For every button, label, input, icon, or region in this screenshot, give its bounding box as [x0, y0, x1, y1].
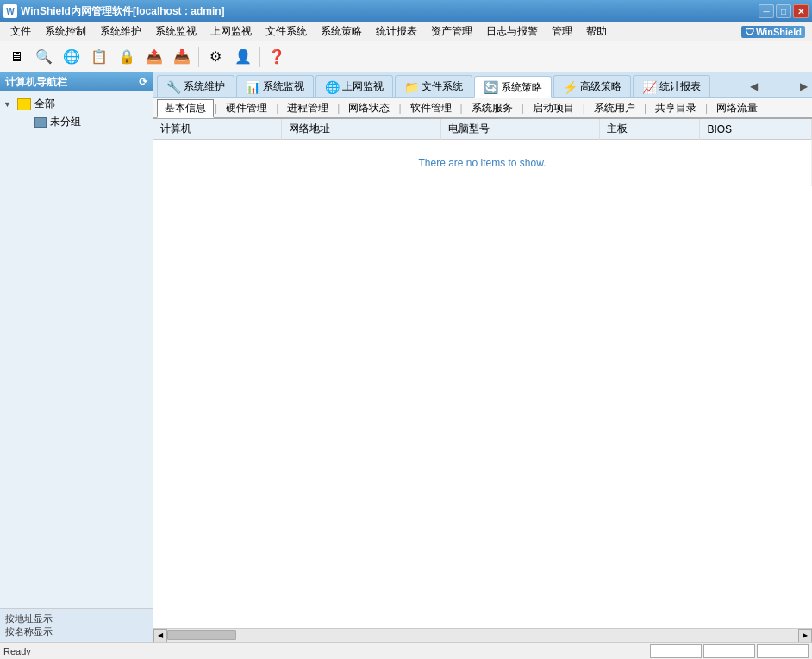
title-text: W WinShield内网管理软件[localhost : admin] [3, 4, 225, 19]
menu-manage[interactable]: 管理 [545, 22, 579, 41]
sidebar-content: ▼ 全部 未分组 [0, 91, 153, 608]
scroll-track[interactable] [167, 629, 798, 643]
col-computer: 计算机 [153, 119, 282, 140]
toolbar-btn-1[interactable]: 🖥 [3, 44, 29, 70]
menu-file[interactable]: 文件 [3, 22, 38, 41]
sidebar-bottom-line2: 按名称显示 [5, 625, 147, 638]
table-area: 计算机 网络地址 电脑型号 主板 BIOS There are no items… [153, 119, 812, 628]
menu-log-alarm[interactable]: 日志与报警 [479, 22, 545, 41]
logo-icon: 🛡 [745, 27, 754, 37]
logo-area: 🛡 WinShield [741, 26, 805, 38]
sub-tab-services[interactable]: 系统服务 [464, 98, 521, 117]
sub-tab-hardware[interactable]: 硬件管理 [218, 98, 275, 117]
title-buttons: ─ □ ✕ [759, 4, 809, 18]
toolbar-btn-help[interactable]: ❓ [264, 44, 290, 70]
toolbar-separator-2 [259, 47, 260, 67]
tab-nav-right[interactable]: ▶ [795, 75, 812, 97]
minimize-button[interactable]: ─ [759, 4, 774, 18]
tab-icon-monitor: 📊 [246, 80, 260, 94]
tab-icon-advanced: ⚡ [563, 80, 578, 94]
logo: 🛡 WinShield [741, 26, 805, 38]
sidebar-bottom-line1: 按地址显示 [5, 612, 147, 625]
tab-label-stats: 统计报表 [659, 79, 701, 94]
toolbar-separator [198, 47, 199, 67]
col-bios: BIOS [700, 119, 812, 140]
toolbar-btn-6[interactable]: 📤 [141, 44, 167, 70]
sidebar-refresh-icon[interactable]: ⟳ [139, 76, 147, 88]
tree-item-root[interactable]: ▼ 全部 [3, 95, 149, 113]
col-network-addr: 网络地址 [282, 119, 440, 140]
tab-label-file: 文件系统 [422, 79, 463, 94]
window-title: WinShield内网管理软件[localhost : admin] [21, 4, 225, 19]
tab-icon-internet: 🌐 [325, 80, 340, 94]
status-bar: Ready [0, 642, 812, 659]
menu-system-control[interactable]: 系统控制 [38, 22, 93, 41]
sub-tabs: 基本信息 | 硬件管理 | 进程管理 | 网络状态 | 软件管理 | 系统服务 … [153, 98, 812, 119]
app-icon: W [3, 4, 17, 18]
toolbar-btn-8[interactable]: ⚙ [203, 44, 228, 70]
main-tab-file-system[interactable]: 📁 文件系统 [395, 75, 472, 97]
tab-icon-maintenance: 🔧 [166, 80, 181, 94]
sub-tab-process[interactable]: 进程管理 [279, 98, 336, 117]
h-scrollbar: ◀ ▶ [153, 628, 812, 642]
menu-system-monitor[interactable]: 系统监视 [148, 22, 203, 41]
sub-tab-network-status[interactable]: 网络状态 [340, 98, 397, 117]
data-table: 计算机 网络地址 电脑型号 主板 BIOS There are no items… [153, 119, 812, 186]
main-tab-stats-report[interactable]: 📈 统计报表 [633, 75, 710, 97]
main-tab-system-maintenance[interactable]: 🔧 系统维护 [157, 75, 234, 97]
toolbar-btn-5[interactable]: 🔒 [114, 44, 140, 70]
tab-label-advanced: 高级策略 [580, 79, 621, 94]
menu-system-policy[interactable]: 系统策略 [314, 22, 369, 41]
tab-label-internet: 上网监视 [342, 79, 384, 94]
toolbar-btn-9[interactable]: 👤 [230, 44, 256, 70]
status-box-2 [703, 644, 755, 658]
toolbar-btn-2[interactable]: 🔍 [31, 44, 57, 70]
sidebar-title: 计算机导航栏 [5, 75, 67, 90]
empty-row: There are no items to show. [153, 140, 812, 187]
maximize-button[interactable]: □ [776, 4, 791, 18]
status-text: Ready [3, 646, 31, 656]
menu-help[interactable]: 帮助 [579, 22, 614, 41]
col-motherboard: 主板 [600, 119, 700, 140]
sub-tab-network-traffic[interactable]: 网络流量 [709, 98, 765, 117]
menu-file-system[interactable]: 文件系统 [259, 22, 314, 41]
status-boxes [650, 644, 809, 658]
tree-label-ungrouped: 未分组 [50, 115, 81, 129]
menu-asset-mgmt[interactable]: 资产管理 [424, 22, 479, 41]
scroll-left-btn[interactable]: ◀ [153, 629, 167, 643]
menu-bar: 文件 系统控制 系统维护 系统监视 上网监视 文件系统 系统策略 统计报表 资产… [0, 22, 812, 41]
content-area: 🔧 系统维护 📊 系统监视 🌐 上网监视 📁 文件系统 🔄 系统策略 ⚡ [153, 72, 812, 642]
menu-stats-report[interactable]: 统计报表 [369, 22, 424, 41]
sidebar: 计算机导航栏 ⟳ ▼ 全部 未分组 按地址显示 按名称显示 [0, 72, 153, 642]
sub-tab-basic-info[interactable]: 基本信息 [157, 99, 214, 118]
title-bar: W WinShield内网管理软件[localhost : admin] ─ □… [0, 0, 812, 22]
tab-nav-left[interactable]: ◀ [745, 75, 762, 97]
close-button[interactable]: ✕ [793, 4, 809, 18]
main-tab-system-monitor[interactable]: 📊 系统监视 [236, 75, 314, 97]
toolbar-btn-7[interactable]: 📥 [169, 44, 195, 70]
toolbar-btn-4[interactable]: 📋 [86, 44, 112, 70]
sub-tab-software[interactable]: 软件管理 [403, 98, 459, 117]
tree-item-ungrouped[interactable]: 未分组 [3, 113, 149, 131]
main-tab-system-policy[interactable]: 🔄 系统策略 [474, 76, 552, 98]
sub-tab-users[interactable]: 系统用户 [586, 98, 643, 117]
tab-icon-file: 📁 [404, 80, 419, 94]
main-tab-advanced-policy[interactable]: ⚡ 高级策略 [553, 75, 631, 97]
menu-internet-monitor[interactable]: 上网监视 [203, 22, 259, 41]
status-box-3 [757, 644, 809, 658]
tab-label-policy: 系统策略 [501, 80, 542, 95]
tree-expand-root[interactable]: ▼ [3, 100, 14, 109]
logo-text: WinShield [756, 27, 802, 37]
sidebar-bottom: 按地址显示 按名称显示 [0, 608, 153, 642]
toolbar: 🖥 🔍 🌐 📋 🔒 📤 📥 ⚙ 👤 ❓ [0, 41, 812, 72]
scroll-thumb[interactable] [167, 630, 236, 640]
sub-tab-startup[interactable]: 启动项目 [525, 98, 582, 117]
menu-system-maintenance[interactable]: 系统维护 [93, 22, 148, 41]
toolbar-btn-3[interactable]: 🌐 [59, 44, 84, 70]
sub-tab-shared-dir[interactable]: 共享目录 [647, 98, 704, 117]
tab-label-maintenance: 系统维护 [184, 79, 225, 94]
scroll-right-btn[interactable]: ▶ [798, 629, 812, 643]
main-tab-internet-monitor[interactable]: 🌐 上网监视 [315, 75, 393, 97]
table-header-row: 计算机 网络地址 电脑型号 主板 BIOS [153, 119, 812, 140]
computer-icon-ungrouped [34, 117, 47, 128]
